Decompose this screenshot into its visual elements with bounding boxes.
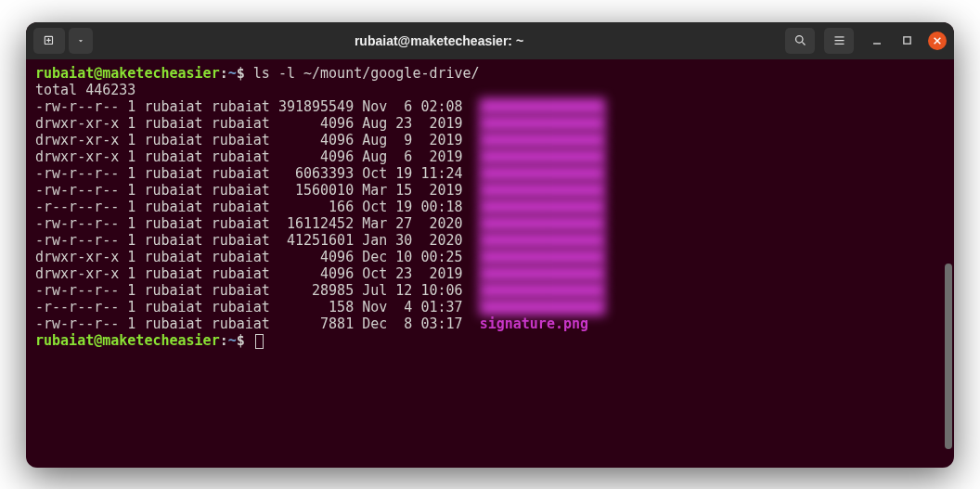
scrollbar-track: [945, 59, 952, 460]
maximize-button[interactable]: [898, 32, 915, 49]
file-name: ███████████████: [480, 132, 605, 148]
ls-row: -r--r--r-- 1 rubaiat rubaiat 166 Oct 19 …: [35, 199, 945, 215]
search-button[interactable]: [785, 28, 815, 54]
new-tab-button[interactable]: [33, 28, 65, 54]
terminal-body[interactable]: rubaiat@maketecheasier:~$ ls -l ~/mount/…: [26, 59, 954, 468]
ls-row: drwxr-xr-x 1 rubaiat rubaiat 4096 Dec 10…: [35, 249, 945, 265]
svg-line-4: [802, 42, 805, 45]
menu-button[interactable]: [824, 28, 854, 54]
ls-row: drwxr-xr-x 1 rubaiat rubaiat 4096 Aug 9 …: [35, 132, 945, 148]
ls-row: -rw-r--r-- 1 rubaiat rubaiat 41251601 Ja…: [35, 232, 945, 249]
file-name: ███████████████: [480, 199, 605, 215]
ls-row: -r--r--r-- 1 rubaiat rubaiat 158 Nov 4 0…: [35, 299, 945, 315]
file-name: ███████████████: [480, 182, 605, 199]
ls-row: -rw-r--r-- 1 rubaiat rubaiat 1560010 Mar…: [35, 182, 945, 199]
ls-row: -rw-r--r-- 1 rubaiat rubaiat 391895549 N…: [35, 98, 945, 115]
svg-rect-9: [903, 37, 909, 44]
command-line: rubaiat@maketecheasier:~$ ls -l ~/mount/…: [35, 65, 945, 82]
tab-dropdown-button[interactable]: [69, 28, 93, 54]
output-line: total 446233: [35, 82, 945, 98]
ls-row: drwxr-xr-x 1 rubaiat rubaiat 4096 Aug 6 …: [35, 148, 945, 165]
ls-row: -rw-r--r-- 1 rubaiat rubaiat 7881 Dec 8 …: [35, 315, 945, 332]
ls-row: drwxr-xr-x 1 rubaiat rubaiat 4096 Aug 23…: [35, 115, 945, 132]
file-name: ███████████████: [480, 249, 605, 265]
minimize-button[interactable]: [869, 32, 885, 49]
file-name: ███████████████: [480, 299, 605, 315]
prompt-line[interactable]: rubaiat@maketecheasier:~$: [35, 332, 945, 349]
titlebar: rubaiat@maketecheasier: ~: [26, 22, 954, 59]
file-name: ███████████████: [480, 115, 605, 132]
ls-row: -rw-r--r-- 1 rubaiat rubaiat 6063393 Oct…: [35, 165, 945, 182]
file-name: ███████████████: [480, 148, 605, 165]
terminal-window: rubaiat@maketecheasier: ~ rubaiat@mak: [26, 22, 954, 468]
close-button[interactable]: [928, 32, 947, 50]
ls-row: -rw-r--r-- 1 rubaiat rubaiat 16112452 Ma…: [35, 215, 945, 232]
file-name: ███████████████: [480, 98, 605, 115]
ls-row: -rw-r--r-- 1 rubaiat rubaiat 28985 Jul 1…: [35, 282, 945, 299]
scrollbar-thumb[interactable]: [945, 264, 952, 449]
ls-row: drwxr-xr-x 1 rubaiat rubaiat 4096 Oct 23…: [35, 265, 945, 282]
cursor: [255, 334, 264, 349]
file-name: ███████████████: [480, 232, 605, 249]
window-title: rubaiat@maketecheasier: ~: [93, 33, 785, 48]
file-name: signature.png: [480, 315, 588, 332]
svg-point-3: [795, 36, 803, 44]
file-name: ███████████████: [480, 215, 605, 232]
file-name: ███████████████: [480, 282, 605, 299]
file-name: ███████████████: [480, 265, 605, 282]
file-name: ███████████████: [480, 165, 605, 182]
